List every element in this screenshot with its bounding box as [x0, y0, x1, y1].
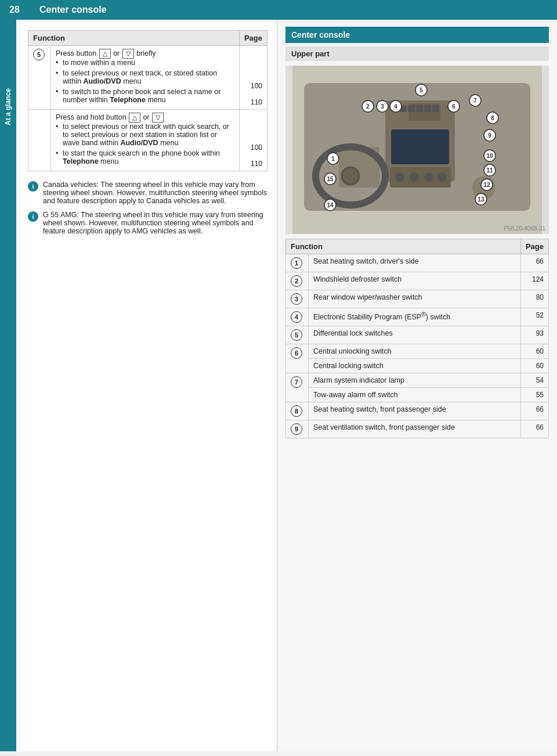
row-page-4: 52	[520, 308, 548, 326]
svg-text:15: 15	[327, 176, 334, 182]
section-title: Center console	[285, 27, 549, 43]
row-page-8: 66	[520, 402, 548, 420]
bullet-item: to move within a menu	[56, 59, 234, 67]
table-row: 5 Differential lock switches 93	[286, 326, 549, 344]
up-button-hold-icon: △	[129, 113, 140, 123]
svg-text:8: 8	[491, 115, 494, 121]
svg-text:5: 5	[419, 87, 423, 93]
row-num-7: 7	[286, 373, 309, 402]
side-tab-label: At a glance	[0, 49, 16, 165]
row-page-6b: 60	[520, 359, 548, 373]
svg-point-14	[424, 172, 433, 182]
row-num-1: 1	[286, 254, 309, 272]
svg-text:14: 14	[327, 202, 334, 208]
svg-text:6: 6	[452, 103, 455, 110]
svg-point-12	[395, 172, 404, 182]
car-interior-svg: 1 2 3 4 5 6 7 8	[285, 66, 549, 234]
bullet-item: to select previous or next track with qu…	[56, 123, 234, 147]
right-col-page-header: Page	[520, 239, 548, 254]
info-note-1: i Canada vehicles: The steering wheel in…	[28, 181, 267, 205]
svg-text:11: 11	[486, 167, 493, 174]
table-row: 5 Press button △ or ▽ briefly to move wi…	[28, 46, 267, 110]
row-page-6a: 60	[520, 344, 548, 359]
car-interior-image: 1 2 3 4 5 6 7 8	[285, 66, 549, 234]
svg-point-15	[437, 172, 447, 182]
row-presshold-page: 100110	[239, 110, 267, 171]
row-page-3: 80	[520, 290, 548, 308]
row-func-6a: Central unlocking switch	[309, 344, 521, 359]
svg-point-13	[410, 172, 419, 182]
info-icon-2: i	[28, 211, 38, 222]
right-panel: Center console Upper part	[277, 20, 557, 751]
row-num: 5	[28, 46, 51, 110]
table-row: 2 Windshield defroster switch 124	[286, 272, 549, 290]
row-num-4: 4	[286, 308, 309, 326]
svg-text:1: 1	[331, 156, 335, 162]
header-bar: 28 Center console	[0, 0, 557, 20]
svg-rect-7	[416, 105, 423, 112]
row-func-8: Seat heating switch, front passenger sid…	[309, 402, 521, 420]
svg-text:12: 12	[483, 182, 490, 188]
row-page-1: 66	[520, 254, 548, 272]
page-title: Center console	[39, 5, 107, 15]
table-row: 7 Alarm system indicator lamp 54	[286, 373, 549, 388]
table-row-sub: Central locking switch 60	[286, 359, 549, 373]
bullet-item: to select previous or next track, or sto…	[56, 69, 234, 85]
table-row: 8 Seat heating switch, front passenger s…	[286, 402, 549, 420]
bullet-list-1: to move within a menu to select previous…	[56, 59, 234, 104]
table-row: 4 Electronic Stability Program (ESP®) sw…	[286, 308, 549, 326]
circle-5: 5	[33, 49, 45, 60]
image-watermark: P68.20-4068-31	[504, 225, 545, 232]
row-page: 100110	[239, 46, 267, 110]
svg-rect-6	[408, 105, 415, 112]
up-button-icon: △	[99, 49, 111, 59]
row-num-5: 5	[286, 326, 309, 344]
svg-rect-3	[391, 129, 449, 164]
left-sidebar: At a glance	[0, 20, 16, 751]
left-function-table: Function Page 5 Press button △ or ▽ brie…	[28, 30, 267, 171]
left-panel: Function Page 5 Press button △ or ▽ brie…	[16, 20, 277, 751]
row-num-2: 2	[286, 272, 309, 290]
svg-text:3: 3	[381, 103, 384, 110]
row-func-2: Windshield defroster switch	[309, 272, 521, 290]
note-text-1: Canada vehicles: The steering wheel in t…	[43, 181, 267, 205]
row-presshold-content: Press and hold button △ or ▽ to select p…	[51, 110, 240, 171]
info-note-2: i G 55 AMG: The steering wheel in this v…	[28, 211, 267, 235]
down-button-hold-icon: ▽	[152, 113, 164, 123]
svg-rect-8	[424, 105, 431, 112]
svg-text:4: 4	[394, 103, 397, 110]
bullet-item: to start the quick search in the phone b…	[56, 149, 234, 165]
row-page-7b: 55	[520, 388, 548, 402]
right-col-function-header: Function	[286, 239, 521, 254]
row-num-8: 8	[286, 402, 309, 420]
row-func-5: Differential lock switches	[309, 326, 521, 344]
svg-text:7: 7	[473, 98, 477, 104]
row-func-6b: Central locking switch	[309, 359, 521, 373]
row-func-7a: Alarm system indicator lamp	[309, 373, 521, 388]
page-number: 28	[9, 5, 32, 15]
col-page-header: Page	[239, 31, 267, 46]
table-row: 9 Seat ventilation switch, front passeng…	[286, 420, 549, 438]
table-row-presshold: Press and hold button △ or ▽ to select p…	[28, 110, 267, 171]
sub-title: Upper part	[285, 46, 549, 61]
row-func-9: Seat ventilation switch, front passenger…	[309, 420, 521, 438]
svg-text:13: 13	[478, 196, 484, 203]
table-row-sub: Tow-away alarm off switch 55	[286, 388, 549, 402]
svg-rect-9	[432, 105, 439, 112]
row-func-1: Seat heating switch, driver's side	[309, 254, 521, 272]
row-num-3: 3	[286, 290, 309, 308]
row-page-7a: 54	[520, 373, 548, 388]
row-func-3: Rear window wiper/washer switch	[309, 290, 521, 308]
row-page-2: 124	[520, 272, 548, 290]
row-num-6: 6	[286, 344, 309, 373]
svg-text:2: 2	[366, 103, 370, 110]
table-row: 1 Seat heating switch, driver's side 66	[286, 254, 549, 272]
row-page-5: 93	[520, 326, 548, 344]
bullet-list-2: to select previous or next track with qu…	[56, 123, 234, 165]
row-content: Press button △ or ▽ briefly to move with…	[51, 46, 240, 110]
bullet-item: to switch to the phone book and select a…	[56, 88, 234, 104]
svg-point-17	[342, 167, 359, 185]
row-num-empty	[28, 110, 51, 171]
svg-text:9: 9	[488, 132, 491, 139]
row-func-4: Electronic Stability Program (ESP®) swit…	[309, 308, 521, 326]
